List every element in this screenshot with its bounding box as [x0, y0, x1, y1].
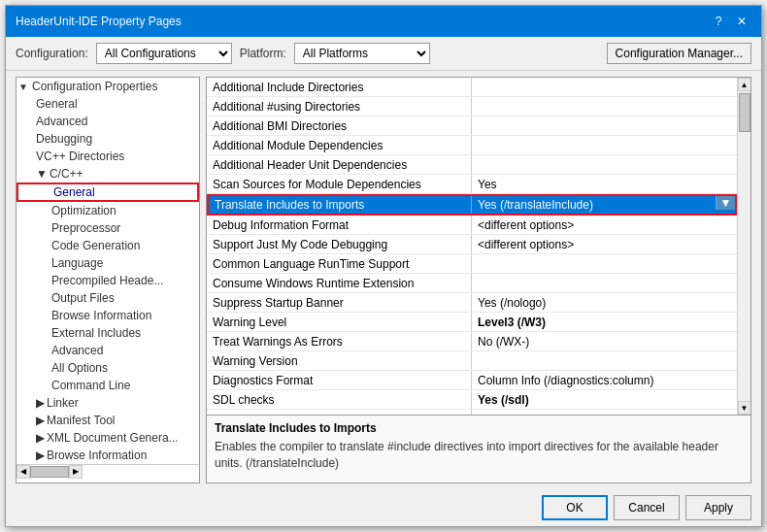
tree-root-label: Configuration Properties: [32, 80, 157, 93]
prop-row-common-lang[interactable]: Common Language RunTime Support: [207, 254, 737, 274]
tree-item-cpp[interactable]: ▼ C/C++: [17, 165, 199, 183]
tree-root-item[interactable]: ▼ Configuration Properties: [17, 78, 199, 95]
description-title: Translate Includes to Imports: [215, 421, 743, 435]
tree-item-cpp-browse[interactable]: Browse Information: [17, 307, 199, 324]
prop-row-additional-bmi[interactable]: Additional BMI Directories: [207, 116, 737, 136]
tree-item-cpp-output[interactable]: Output Files: [17, 289, 199, 307]
tree-item-cpp-precompiled[interactable]: Precompiled Heade...: [17, 272, 199, 289]
prop-name-5: Scan Sources for Module Dependencies: [207, 175, 472, 193]
browse-expand-icon: ▶: [36, 449, 45, 462]
prop-row-sdl-checks[interactable]: SDL checks Yes (/sdl): [207, 390, 737, 410]
prop-name-3: Additional Module Dependencies: [207, 136, 472, 154]
config-select[interactable]: All Configurations: [96, 43, 232, 64]
tree-item-cpp-alloptions[interactable]: All Options: [17, 359, 199, 377]
prop-row-additional-using[interactable]: Additional #using Directories: [207, 97, 737, 116]
prop-name-8: Support Just My Code Debugging: [207, 235, 472, 253]
left-panel: ▼ Configuration Properties General Advan…: [16, 77, 200, 483]
manifest-expand-icon: ▶: [36, 414, 45, 427]
h-scroll-right-arrow[interactable]: ▶: [69, 465, 83, 479]
prop-row-suppress-startup[interactable]: Suppress Startup Banner Yes (/nologo): [207, 293, 737, 313]
config-label: Configuration:: [16, 47, 88, 60]
scroll-down-arrow[interactable]: ▼: [738, 401, 751, 415]
prop-row-warning-version[interactable]: Warning Version: [207, 351, 737, 371]
scroll-thumb[interactable]: [739, 93, 750, 132]
cpp-label: C/C++: [50, 167, 83, 181]
ok-button[interactable]: OK: [542, 495, 608, 520]
right-v-scrollbar: ▲ ▼: [737, 78, 750, 415]
tree-item-cpp-preprocessor[interactable]: Preprocessor: [17, 219, 199, 237]
prop-row-translate-includes[interactable]: Translate Includes to Imports Yes (/tran…: [207, 194, 737, 216]
prop-value-5: Yes: [472, 175, 737, 193]
button-bar: OK Cancel Apply: [6, 489, 761, 526]
tree-item-linker[interactable]: ▶ Linker: [17, 394, 199, 412]
linker-label: Linker: [47, 396, 79, 410]
tree-item-cpp-codegeneration[interactable]: Code Generation: [17, 237, 199, 254]
cancel-button[interactable]: Cancel: [614, 495, 680, 520]
tree-item-vcpp-dirs[interactable]: VC++ Directories: [17, 148, 199, 165]
prop-value-3: [472, 136, 737, 154]
h-scroll-left-arrow[interactable]: ◀: [17, 465, 30, 479]
platform-select[interactable]: All Platforms: [294, 43, 430, 64]
tree-item-advanced[interactable]: Advanced: [17, 113, 199, 130]
prop-table-container: Additional Include Directories Additiona…: [207, 78, 750, 415]
description-panel: Translate Includes to Imports Enables th…: [207, 415, 750, 482]
dialog-title: HeaderUnit-IDE Property Pages: [16, 15, 182, 28]
prop-value-16: Yes (/sdl): [472, 390, 737, 409]
prop-name-15: Diagnostics Format: [207, 371, 472, 389]
prop-value-4: [472, 155, 737, 174]
tree-item-cpp-optimization[interactable]: Optimization: [17, 202, 199, 219]
tree-item-xml-doc[interactable]: ▶ XML Document Genera...: [17, 429, 199, 447]
prop-row-debug-info[interactable]: Debug Information Format <different opti…: [207, 216, 737, 235]
prop-value-8: <different options>: [472, 235, 737, 253]
prop-name-13: Treat Warnings As Errors: [207, 332, 472, 350]
prop-row-diagnostics-format[interactable]: Diagnostics Format Column Info (/diagnos…: [207, 371, 737, 390]
h-scroll-thumb[interactable]: [30, 466, 69, 478]
tree-item-cpp-external[interactable]: External Includes: [17, 324, 199, 342]
xml-expand-icon: ▶: [36, 431, 45, 445]
right-panel: Additional Include Directories Additiona…: [206, 77, 751, 483]
prop-row-additional-module[interactable]: Additional Module Dependencies: [207, 136, 737, 155]
prop-row-warning-level[interactable]: Warning Level Level3 (/W3): [207, 313, 737, 332]
description-text: Enables the compiler to translate #inclu…: [215, 439, 743, 472]
scroll-up-arrow[interactable]: ▲: [738, 78, 751, 91]
prop-row-additional-include[interactable]: Additional Include Directories: [207, 78, 737, 97]
left-h-scrollbar: ◀ ▶: [17, 464, 199, 478]
prop-row-consume-windows[interactable]: Consume Windows Runtime Extension: [207, 274, 737, 293]
help-button[interactable]: ?: [709, 12, 728, 31]
prop-value-1: [472, 97, 737, 116]
tree-item-cpp-language[interactable]: Language: [17, 254, 199, 272]
prop-name-12: Warning Level: [207, 313, 472, 331]
tree-item-cpp-cmdline[interactable]: Command Line: [17, 377, 199, 394]
cpp-expand-icon: ▼: [36, 167, 48, 181]
prop-row-just-my-code[interactable]: Support Just My Code Debugging <differen…: [207, 235, 737, 254]
config-bar: Configuration: All Configurations Platfo…: [6, 37, 761, 71]
prop-value-11: Yes (/nologo): [472, 293, 737, 312]
dialog: HeaderUnit-IDE Property Pages ? ✕ Config…: [5, 5, 762, 527]
title-bar: HeaderUnit-IDE Property Pages ? ✕: [6, 6, 761, 37]
tree-item-cpp-advanced[interactable]: Advanced: [17, 342, 199, 359]
prop-value-0: [472, 78, 737, 96]
expand-icon: ▼: [18, 82, 30, 92]
tree-item-general[interactable]: General: [17, 95, 199, 113]
apply-button[interactable]: Apply: [685, 495, 751, 520]
close-button[interactable]: ✕: [732, 12, 751, 31]
prop-value-12: Level3 (/W3): [472, 313, 737, 331]
prop-name-0: Additional Include Directories: [207, 78, 472, 96]
prop-row-scan-sources[interactable]: Scan Sources for Module Dependencies Yes: [207, 175, 737, 194]
tree-item-browse-info[interactable]: ▶ Browse Information: [17, 447, 199, 464]
tree-item-cpp-general[interactable]: General: [17, 183, 199, 202]
prop-name-1: Additional #using Directories: [207, 97, 472, 116]
tree-item-manifest[interactable]: ▶ Manifest Tool: [17, 412, 199, 429]
prop-row-additional-header[interactable]: Additional Header Unit Dependencies: [207, 155, 737, 175]
dropdown-arrow[interactable]: ▼: [716, 196, 735, 210]
prop-value-13: No (/WX-): [472, 332, 737, 350]
prop-name-7: Debug Information Format: [207, 216, 472, 234]
prop-name-11: Suppress Startup Banner: [207, 293, 472, 312]
prop-name-10: Consume Windows Runtime Extension: [207, 274, 472, 292]
prop-row-treat-warnings[interactable]: Treat Warnings As Errors No (/WX-): [207, 332, 737, 351]
title-bar-controls: ? ✕: [709, 12, 751, 31]
platform-label: Platform:: [240, 47, 286, 60]
config-manager-button[interactable]: Configuration Manager...: [607, 43, 751, 64]
tree-item-debugging[interactable]: Debugging: [17, 130, 199, 148]
xml-label: XML Document Genera...: [47, 431, 179, 445]
